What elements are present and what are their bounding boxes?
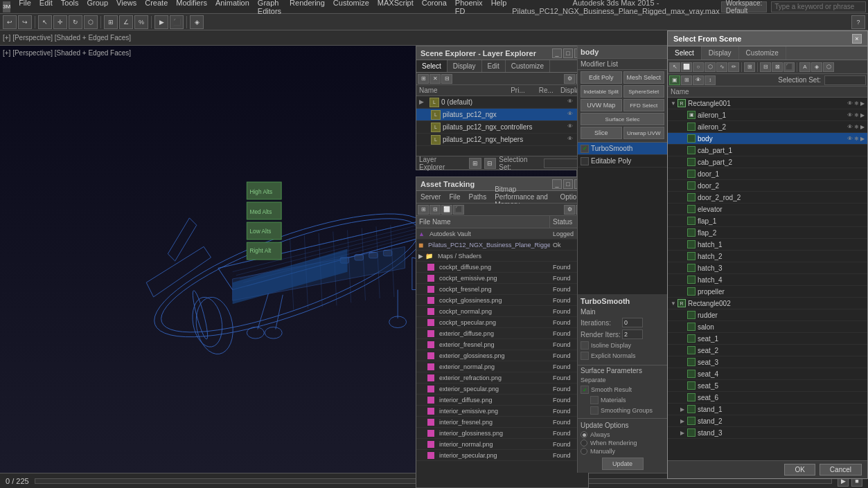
sfs-cancel-button[interactable]: Cancel (820, 464, 862, 476)
at-settings[interactable]: ⚙ (564, 205, 575, 215)
sfs-row-door2rod2[interactable]: ▶ door_2_rod_2 (668, 192, 867, 204)
menu-tools[interactable]: Tools (57, 0, 83, 16)
at-tool-2[interactable]: ⊟ (429, 205, 441, 215)
percent-snap[interactable]: % (134, 15, 148, 29)
at-row-file-19[interactable]: interior_normal.png Found (416, 439, 588, 450)
rp-indatable-split-btn[interactable]: Indetable Split (581, 85, 622, 98)
sfs-t2-all[interactable]: ▣ (669, 75, 680, 85)
at-row-file-18[interactable]: interior_glossiness.png Found (416, 428, 588, 439)
sfs-row-stand1[interactable]: ▶ stand_1 (668, 404, 867, 415)
at-row-file-9[interactable]: exterior_diffuse.png Found (416, 328, 588, 339)
sfs-row-hatch3[interactable]: ▶ hatch_3 (668, 262, 867, 274)
sfs-selection-set-input[interactable] (824, 75, 866, 85)
layer-row-pilatus[interactable]: L pilatus_pc12_ngx 👁 ❄ (416, 109, 588, 121)
sfs-tool-by-color[interactable]: ◈ (811, 62, 822, 72)
update-button[interactable]: Update (602, 458, 644, 470)
se-tool-3[interactable]: ⊟ (441, 74, 452, 84)
sfs-row-cab2[interactable]: ▶ cab_part_2 (668, 156, 867, 168)
scene-explorer-tab-select[interactable]: Select (416, 60, 448, 72)
select-tool[interactable]: ↖ (38, 15, 52, 29)
sfs-arrow-rudder[interactable]: ▶ (680, 312, 687, 318)
menu-views[interactable]: Views (112, 0, 141, 16)
menu-maxscript[interactable]: MAXScript (373, 0, 418, 16)
sfs-tool-by-name[interactable]: A (799, 62, 811, 72)
undo-button[interactable]: ↩ (3, 15, 17, 29)
sfs-tool-select-none[interactable]: ⊠ (772, 62, 783, 72)
search-input[interactable] (771, 1, 866, 12)
sfs-row-flap1[interactable]: ▶ flap_1 (668, 215, 867, 227)
sfs-arrow-aileron2[interactable]: ▶ (680, 124, 687, 130)
at-row-file-10[interactable]: exterior_fresnel.png Found (416, 339, 588, 350)
at-row-file-7[interactable]: cockpt_normal.png Found (416, 306, 588, 317)
at-row-file-6[interactable]: cockpt_glossiness.png Found (416, 295, 588, 306)
layer-row-default[interactable]: ▶ L 0 (default) 👁 ❄ (416, 96, 588, 109)
sfs-arrow-stand3[interactable]: ▶ (680, 430, 687, 436)
sfs-arrow-hatch4[interactable]: ▶ (680, 277, 687, 283)
sfs-arrow-flap1[interactable]: ▶ (680, 218, 687, 224)
sfs-tool-select-all[interactable]: ⊟ (760, 62, 771, 72)
at-row-file-3[interactable]: cockpt_diffuse.png Found (416, 262, 588, 273)
menu-help[interactable]: Help (487, 0, 511, 16)
sfs-tool-rect[interactable]: ⬜ (681, 62, 692, 72)
rp-uvw-map-btn[interactable]: UVW Map (581, 99, 622, 111)
at-row-file-11[interactable]: exterior_glossiness.png Found (416, 350, 588, 361)
se-tool-1[interactable]: ⊞ (418, 74, 429, 84)
sfs-tool-invert[interactable]: ⬛ (783, 62, 795, 72)
at-row-file-5[interactable]: cockpt_fresnel.png Found (416, 284, 588, 295)
sfs-tool-lasso[interactable]: ∿ (716, 62, 727, 72)
radio-when-rendering[interactable]: When Rendering (581, 440, 664, 446)
asset-tracking-maximize[interactable]: □ (563, 179, 573, 189)
sfs-arrow-seat5[interactable]: ▶ (680, 383, 687, 389)
at-row-file-12[interactable]: exterior_normal.png Found (416, 361, 588, 372)
menu-file[interactable]: File (15, 0, 35, 16)
help-button[interactable]: ? (851, 15, 865, 29)
scene-explorer-footer-tool1[interactable]: ⊞ (469, 158, 481, 169)
sfs-tool-paint[interactable]: ✏ (728, 62, 739, 72)
rp-slice-btn[interactable]: Slice (581, 127, 622, 139)
sfs-arrow-salon[interactable]: ▶ (680, 324, 687, 330)
sfs-arrow-rect002[interactable]: ▼ (671, 300, 677, 307)
at-row-file-8[interactable]: cockpt_specular.png Found (416, 317, 588, 328)
rp-unwrap-uvw-btn[interactable]: Unwrap UVW (623, 127, 665, 139)
at-row-main-file[interactable]: ◼ Pilatus_PC12_NGX_Business_Plane_Rigged… (416, 240, 588, 251)
sfs-row-aileron2[interactable]: ▶ aileron_2 👁 ❄ ▶ (668, 121, 867, 133)
at-row-file-15[interactable]: interior_diffuse.png Found (416, 395, 588, 406)
sfs-arrow-door2rod2[interactable]: ▶ (680, 195, 687, 201)
sfs-tool-circle[interactable]: ○ (693, 62, 704, 72)
menu-phoenix-fd[interactable]: Phoenix FD (451, 0, 487, 16)
menu-create[interactable]: Create (141, 0, 172, 16)
sfs-arrow-seat1[interactable]: ▶ (680, 336, 687, 342)
redo-button[interactable]: ↪ (18, 15, 32, 29)
sfs-t2-display[interactable]: 👁 (693, 75, 704, 85)
at-row-folder[interactable]: ▶ 📁 Maps / Shaders (416, 251, 588, 262)
ts-explicitNormals-check[interactable] (581, 352, 589, 360)
sfs-arrow-cab1[interactable]: ▶ (680, 147, 687, 154)
sfs-row-flap2[interactable]: ▶ flap_2 (668, 227, 867, 239)
sfs-row-rect001[interactable]: ▼ R Rectangle001 👁 ❄ ▶ (668, 98, 867, 109)
sfs-arrow-stand1[interactable]: ▶ (680, 406, 687, 413)
menu-edit[interactable]: Edit (35, 0, 57, 16)
scene-explorer-footer-tool2[interactable]: ⊟ (484, 158, 497, 169)
sfs-arrow-propeller[interactable]: ▶ (680, 289, 687, 295)
at-menu-server[interactable]: Server (416, 191, 445, 203)
sfs-arrow-seat6[interactable]: ▶ (680, 395, 687, 401)
scene-explorer-minimize[interactable]: _ (552, 48, 562, 58)
ts-smoothGroups-check[interactable] (590, 406, 599, 415)
menu-corona[interactable]: Corona (418, 0, 451, 16)
scene-explorer-maximize[interactable]: □ (563, 48, 573, 58)
sfs-arrow-door2[interactable]: ▶ (680, 183, 687, 189)
se-tool-2[interactable]: ✕ (429, 74, 441, 84)
sfs-arrow-aileron1[interactable]: ▶ (680, 112, 687, 118)
ts-isolineDisplay-check[interactable] (581, 341, 589, 350)
sfs-arrow-hatch1[interactable]: ▶ (680, 242, 687, 248)
sfs-row-seat2[interactable]: ▶ seat_2 (668, 345, 867, 356)
sfs-row-seat4[interactable]: ▶ seat_4 (668, 368, 867, 380)
rp-sphere-select-btn[interactable]: SphereSelet (623, 85, 665, 98)
render-scene[interactable]: ▶ (154, 15, 168, 29)
sfs-arrow-flap2[interactable]: ▶ (680, 230, 687, 236)
sfs-tool-cursor[interactable]: ↖ (669, 62, 680, 72)
rp-mesh-select-btn[interactable]: Mesh Select (623, 71, 665, 84)
menu-animation[interactable]: Animation (211, 0, 254, 16)
radio-manually-circle[interactable] (581, 448, 587, 455)
mod-item-editable-poly[interactable]: ✓ Editable Poly (578, 155, 667, 168)
